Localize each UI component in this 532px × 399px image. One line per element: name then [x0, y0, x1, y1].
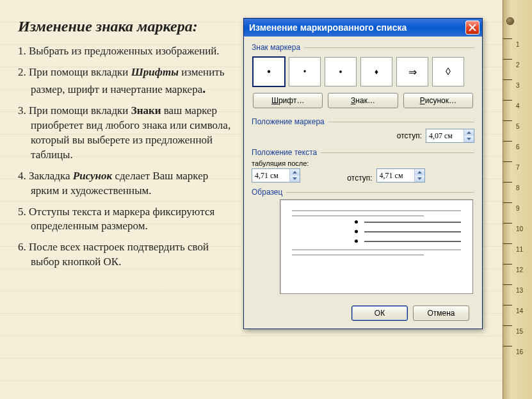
ruler-num: 16	[516, 348, 523, 355]
spin-up-icon[interactable]	[463, 129, 474, 136]
preview-line	[292, 254, 424, 256]
marker-swatch-4[interactable]: ⇒	[396, 57, 428, 86]
bullet-icon	[355, 240, 358, 243]
instructions-panel: Изменение знака маркера: 1. Выбрать из п…	[0, 0, 234, 270]
group-text-pos: Положение текста табуляция после: отступ…	[252, 148, 474, 183]
preview-box	[280, 199, 473, 294]
item-text: При помощи вкладки	[26, 66, 131, 78]
dialog-title: Изменение маркированного списка	[249, 22, 465, 33]
preview-line	[292, 210, 461, 211]
item-bold-italic: Шрифты	[131, 66, 179, 78]
svg-marker-2	[293, 171, 297, 174]
marker-swatch-3[interactable]: ♦	[360, 57, 392, 86]
ruler-num: 6	[516, 143, 520, 151]
marker-swatch-0[interactable]: •	[253, 57, 285, 86]
item-tail: .	[202, 81, 206, 95]
group-label-marker-char: Знак маркера	[252, 43, 474, 52]
marker-swatch-1[interactable]: •	[289, 57, 321, 86]
indent-label: отступ:	[347, 174, 372, 183]
ruler-ticks: 1 2 3 4 5 6 7 8 9 10 11 12 13 14 15 16	[503, 38, 532, 399]
preview-bullet-line	[355, 220, 461, 224]
cancel-button[interactable]: Отмена	[413, 305, 469, 321]
group-label-preview: Образец	[252, 188, 474, 197]
group-label-text-pos: Положение текста	[252, 148, 474, 157]
spin-down-icon[interactable]	[289, 175, 300, 182]
instruction-item: 3. При помощи вкладки Знаки ваш маркер п…	[18, 104, 234, 163]
instruction-item: 5. Отступы текста и маркера фиксируются …	[18, 205, 234, 234]
ruler-num: 7	[516, 164, 520, 171]
item-text: Отступы текста и маркера фиксируются опр…	[26, 206, 215, 232]
page-title: Изменение знака маркера:	[18, 18, 234, 35]
item-bold-italic: Рисунок	[73, 170, 112, 182]
item-number: 1.	[18, 45, 26, 57]
bullet-icon	[355, 230, 358, 233]
spin-up-icon[interactable]	[289, 169, 300, 175]
text-indent-input[interactable]	[377, 169, 414, 182]
item-number: 6.	[18, 241, 26, 253]
bullet-list-dialog: Изменение маркированного списка Знак мар…	[243, 18, 483, 329]
ruler-num: 4	[516, 102, 520, 110]
group-marker-pos: Положение маркера отступ:	[252, 117, 474, 143]
item-text: После всех настроек подтвердить свой выб…	[26, 241, 209, 268]
tab-after-input[interactable]	[252, 169, 289, 182]
ruler-num: 1	[516, 41, 520, 48]
svg-marker-0	[467, 131, 471, 134]
svg-marker-4	[417, 171, 422, 174]
indent-label: отступ:	[397, 131, 422, 140]
spin-up-icon[interactable]	[414, 169, 424, 175]
item-number: 3.	[18, 104, 26, 117]
item-number: 4.	[18, 170, 26, 182]
item-text: Закладка	[26, 170, 73, 182]
item-number: 2.	[18, 66, 26, 78]
marker-indent-input[interactable]	[426, 129, 463, 142]
ok-button[interactable]: ОК	[351, 305, 408, 321]
ruler-num: 14	[516, 307, 523, 314]
tab-after-spinner[interactable]	[252, 168, 300, 183]
group-label-marker-pos: Положение маркера	[252, 117, 474, 126]
svg-marker-3	[293, 177, 297, 180]
tab-after-label: табуляция после:	[252, 159, 309, 167]
instruction-item: 4. Закладка Рисунок сделает Ваш маркер я…	[18, 169, 234, 199]
font-button[interactable]: Шрифт…	[253, 93, 323, 108]
ruler-num: 13	[516, 287, 523, 294]
preview-bullet-line	[355, 230, 461, 233]
ruler-num: 5	[516, 123, 520, 130]
marker-indent-spinner[interactable]	[426, 129, 474, 143]
instruction-item: 6. После всех настроек подтвердить свой …	[18, 240, 234, 270]
svg-marker-5	[417, 177, 422, 180]
ruler-num: 8	[516, 184, 520, 191]
ruler-num: 9	[516, 205, 520, 212]
item-text: Выбрать из предложенных изображений.	[26, 45, 220, 57]
preview-bullet-line	[355, 240, 461, 243]
spin-down-icon[interactable]	[414, 175, 424, 182]
spin-down-icon[interactable]	[463, 136, 474, 142]
marker-buttons-row: Шрифт… Знак… Рисунок…	[252, 92, 474, 112]
marker-swatch-2[interactable]: •	[325, 57, 357, 86]
ruler-num: 12	[516, 266, 523, 273]
dialog-titlebar[interactable]: Изменение маркированного списка	[244, 19, 482, 37]
preview-line	[292, 249, 461, 250]
marker-indent-row: отступ:	[252, 129, 474, 143]
item-number: 5.	[18, 206, 26, 218]
ruler-num: 10	[516, 225, 523, 232]
picture-button[interactable]: Рисунок…	[403, 93, 473, 108]
item-bold: Знаки	[131, 104, 161, 117]
group-marker-char: Знак маркера • • • ♦ ⇒ ◊ Шрифт… Знак… Ри…	[252, 43, 474, 112]
ruler-num: 3	[516, 82, 520, 89]
bullet-icon	[355, 220, 358, 224]
dialog-body: Знак маркера • • • ♦ ⇒ ◊ Шрифт… Знак… Ри…	[244, 37, 482, 329]
text-indent-spinner[interactable]	[376, 168, 425, 183]
close-button[interactable]	[465, 20, 480, 35]
ruler-strip: 1 2 3 4 5 6 7 8 9 10 11 12 13 14 15 16	[503, 0, 532, 399]
char-button[interactable]: Знак…	[328, 93, 398, 108]
ruler-num: 2	[516, 61, 520, 69]
instruction-item: 2. При помощи вкладки Шрифты изменить ра…	[18, 65, 234, 97]
ruler-num: 11	[516, 246, 523, 253]
marker-swatch-row: • • • ♦ ⇒ ◊	[252, 54, 474, 92]
marker-swatch-5[interactable]: ◊	[432, 57, 464, 86]
ruler-num: 15	[516, 328, 523, 335]
preview-line	[292, 215, 424, 216]
group-preview: Образец	[252, 188, 474, 294]
instruction-item: 1. Выбрать из предложенных изображений.	[18, 44, 234, 59]
dialog-footer: ОК Отмена	[252, 299, 474, 321]
